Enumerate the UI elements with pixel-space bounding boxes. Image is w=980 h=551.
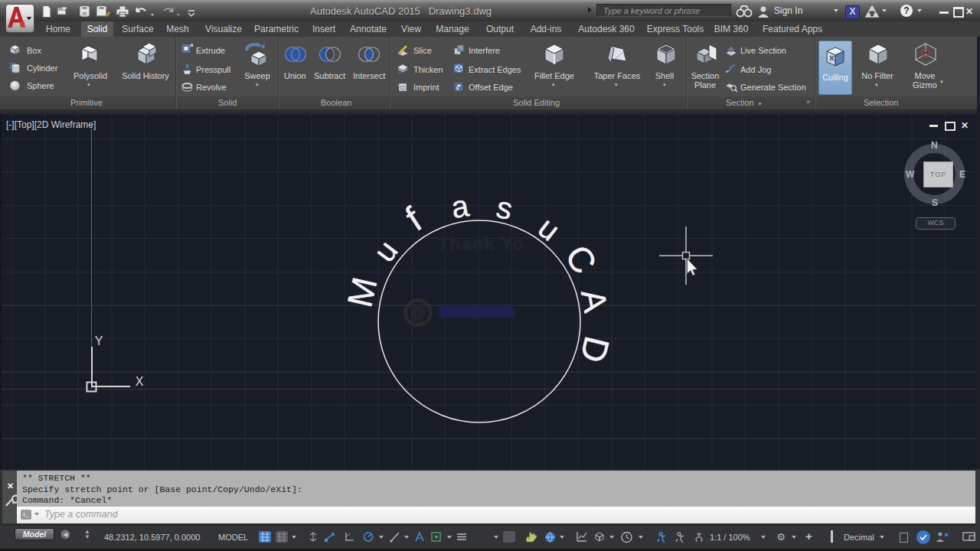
svg-text:Y: Y: [95, 334, 103, 347]
svg-text:X: X: [136, 375, 144, 388]
